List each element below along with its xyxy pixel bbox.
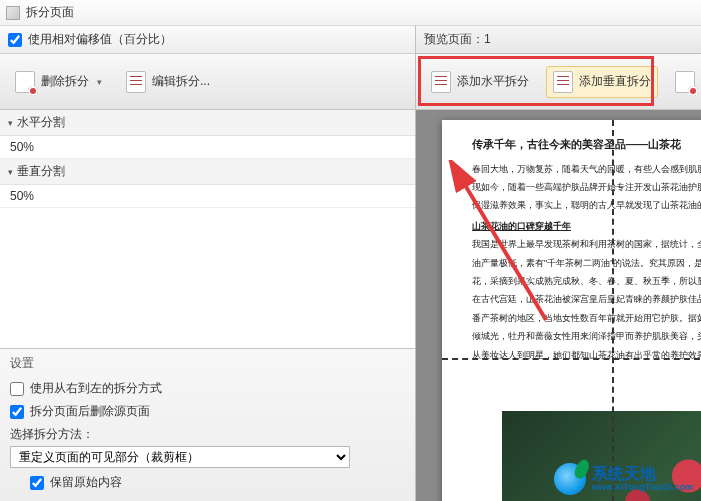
doc-subtitle: 山茶花油的口碑穿越千年: [472, 219, 701, 233]
keep-original-row[interactable]: 保留原始内容: [30, 474, 405, 491]
add-v-split-label: 添加垂直拆分: [579, 73, 651, 90]
delete-split-icon: [675, 71, 695, 93]
split-list: ▾ 水平分割 50% ▾ 垂直分割 50%: [0, 110, 415, 348]
doc-line: 花，采摘到果实成熟完成秋、冬、春、夏、秋五季，所以显得格外稀有。: [472, 274, 701, 288]
method-label: 选择拆分方法：: [10, 426, 94, 443]
delete-split-button[interactable]: 删除拆分 ▾: [8, 66, 109, 98]
add-v-split-icon: [553, 71, 573, 93]
relative-offset-checkbox[interactable]: [8, 33, 22, 47]
delete-source-label: 拆分页面后删除源页面: [30, 403, 150, 420]
watermark-logo-icon: [554, 463, 586, 495]
chevron-down-icon: ▾: [97, 77, 102, 87]
titlebar: 拆分页面: [0, 0, 701, 26]
edit-split-label: 编辑拆分...: [152, 73, 210, 90]
rtl-checkbox[interactable]: [10, 382, 24, 396]
rtl-label: 使用从右到左的拆分方式: [30, 380, 162, 397]
relative-offset-row[interactable]: 使用相对偏移值（百分比）: [0, 26, 415, 54]
split-value: 50%: [10, 140, 34, 154]
doc-line: 春回大地，万物复苏，随着天气的回暖，有些人会感到肌肤干燥、敏感不适等。: [472, 162, 701, 176]
left-toolbar: 删除拆分 ▾ 编辑拆分...: [0, 54, 415, 110]
vertical-split-line[interactable]: [612, 120, 614, 501]
page-content: 传承千年，古往今来的美容圣品——山茶花 春回大地，万物复苏，随着天气的回暖，有些…: [472, 136, 701, 501]
add-horizontal-split-button[interactable]: 添加水平拆分: [424, 66, 536, 98]
delete-split-icon: [15, 71, 35, 93]
delete-split-label: 删除拆分: [41, 73, 89, 90]
preview-page: 传承千年，古往今来的美容圣品——山茶花 春回大地，万物复苏，随着天气的回暖，有些…: [442, 120, 701, 501]
keep-original-label: 保留原始内容: [50, 474, 122, 491]
preview-toolbar: 添加水平拆分 添加垂直拆分 删除拆: [416, 54, 701, 110]
doc-line: 番产茶树的地区，当地女性数百年前就开始用它护肤。据如意施主常像女性喜欢凤仙: [472, 311, 701, 325]
split-value-row[interactable]: 50%: [0, 136, 415, 159]
watermark-url: www.XiTongTianDi.com: [592, 483, 693, 493]
edit-split-icon: [126, 71, 146, 93]
doc-line: 倾城光，牡丹和蔷薇女性用来润泽指甲而养护肌肤美容，头发甜润滋又美丽。如今: [472, 329, 701, 343]
watermark-text: 系统天地: [592, 465, 693, 483]
horizontal-split-line[interactable]: [442, 358, 701, 360]
method-select[interactable]: 重定义页面的可见部分（裁剪框）: [10, 446, 350, 468]
split-value-row[interactable]: 50%: [0, 185, 415, 208]
doc-line: 在古代宫廷，山茶花油被深宫皇后皇妃青睐的养颜护肤佳品。民间女性也知道山: [472, 292, 701, 306]
right-pane: 预览页面：1 添加水平拆分 添加垂直拆分 删除拆 传承千年，古往今来的美容圣品—…: [415, 26, 701, 501]
left-pane: 使用相对偏移值（百分比） 删除拆分 ▾ 编辑拆分... ▾ 水平分割 50% ▾: [0, 26, 415, 501]
delete-source-row[interactable]: 拆分页面后删除源页面: [10, 403, 405, 420]
doc-line: 油产量极低，素有"千年茶树二两油"的说法。究其原因，是山茶树生长缓慢、种植: [472, 256, 701, 270]
collapse-icon: ▾: [8, 118, 13, 128]
doc-title: 传承千年，古往今来的美容圣品——山茶花: [472, 136, 701, 154]
method-row: 选择拆分方法： 重定义页面的可见部分（裁剪框）: [10, 426, 405, 468]
rtl-row[interactable]: 使用从右到左的拆分方式: [10, 380, 405, 397]
preview-canvas[interactable]: 传承千年，古往今来的美容圣品——山茶花 春回大地，万物复苏，随着天气的回暖，有些…: [416, 110, 701, 501]
doc-line: 保湿滋养效果，事实上，聪明的古人早就发现了山茶花油的奥秘，并把它视为珍贵: [472, 198, 701, 212]
add-h-split-label: 添加水平拆分: [457, 73, 529, 90]
edit-split-button[interactable]: 编辑拆分...: [119, 66, 217, 98]
group-horizontal[interactable]: ▾ 水平分割: [0, 110, 415, 136]
watermark: 系统天地 www.XiTongTianDi.com: [550, 461, 697, 497]
settings-head: 设置: [10, 355, 405, 372]
add-vertical-split-button[interactable]: 添加垂直拆分: [546, 66, 658, 98]
delete-source-checkbox[interactable]: [10, 405, 24, 419]
preview-delete-split-button[interactable]: 删除拆: [668, 66, 701, 98]
preview-head: 预览页面：1: [416, 26, 701, 54]
main-area: 使用相对偏移值（百分比） 删除拆分 ▾ 编辑拆分... ▾ 水平分割 50% ▾: [0, 26, 701, 501]
doc-line: 我国是世界上最早发现茶树和利用茶树的国家，据统计，全球茶油产量的 90%: [472, 237, 701, 251]
split-value: 50%: [10, 189, 34, 203]
collapse-icon: ▾: [8, 167, 13, 177]
add-h-split-icon: [431, 71, 451, 93]
group-horizontal-label: 水平分割: [17, 114, 65, 131]
group-vertical-label: 垂直分割: [17, 163, 65, 180]
relative-offset-label: 使用相对偏移值（百分比）: [28, 31, 172, 48]
group-vertical[interactable]: ▾ 垂直分割: [0, 159, 415, 185]
window-title: 拆分页面: [26, 4, 74, 21]
keep-original-checkbox[interactable]: [30, 476, 44, 490]
settings-panel: 设置 使用从右到左的拆分方式 拆分页面后删除源页面 选择拆分方法： 重定义页面的…: [0, 348, 415, 501]
doc-line: 现如今，随着一些高端护肤品牌开始专注开发山茶花油护肤品-林清轩山茶花油，: [472, 180, 701, 194]
app-icon: [6, 6, 20, 20]
